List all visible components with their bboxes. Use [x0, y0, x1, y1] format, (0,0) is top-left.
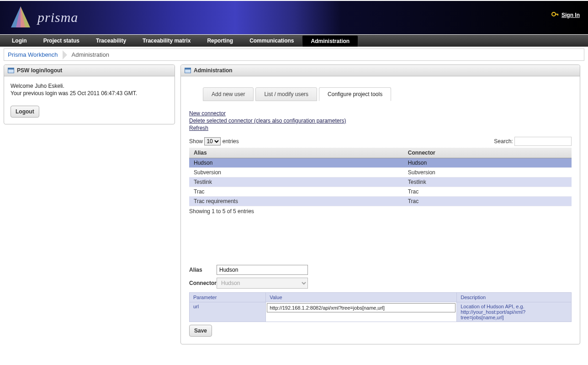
admin-tabs: Add new user List / modify users Configu…	[203, 87, 572, 101]
cell-param: url	[190, 302, 266, 322]
admin-panel-body: Add new user List / modify users Configu…	[181, 76, 580, 344]
col-alias[interactable]: Alias	[189, 148, 403, 158]
show-entries: Show 10 entries	[189, 137, 239, 145]
alias-input[interactable]	[217, 265, 308, 275]
nav-project-status[interactable]: Project status	[35, 35, 88, 46]
cell-alias: Hudson	[189, 158, 403, 168]
login-panel-header: PSW login/logout	[4, 65, 175, 76]
nav-communications[interactable]: Communications	[241, 35, 302, 46]
table-header-row: Alias Connector	[189, 148, 572, 158]
action-links: New connector Delete selected connector …	[189, 110, 572, 131]
col-parameter: Parameter	[190, 293, 266, 302]
table-controls: Show 10 entries Search:	[189, 137, 572, 146]
signin-area: Sign In	[551, 11, 580, 19]
cell-alias: Testlink	[189, 177, 403, 187]
nav-login[interactable]: Login	[4, 35, 35, 46]
table-row: url Location of Hudson API, e.g. http://…	[190, 302, 572, 322]
cell-description: Location of Hudson API, e.g. http://your…	[457, 302, 572, 322]
param-value-input[interactable]	[267, 303, 456, 312]
cell-alias: Trac requirements	[189, 197, 403, 206]
chevron-right-icon	[63, 50, 67, 59]
window-icon	[185, 68, 191, 73]
nav-traceability-matrix[interactable]: Traceability matrix	[134, 35, 199, 46]
admin-panel-title: Administration	[194, 67, 233, 74]
svg-rect-6	[557, 14, 558, 16]
svg-point-4	[552, 12, 556, 16]
cell-connector: Testlink	[403, 177, 572, 187]
admin-panel-header: Administration	[181, 65, 580, 76]
params-table: Parameter Value Description url Location…	[189, 292, 572, 322]
connectors-table: Alias Connector Hudson Hudson Subversion…	[189, 148, 572, 206]
key-icon	[551, 11, 559, 19]
cell-alias: Subversion	[189, 168, 403, 177]
table-row[interactable]: Testlink Testlink	[189, 177, 572, 187]
alias-label: Alias	[189, 267, 217, 273]
prism-logo-icon	[9, 5, 32, 30]
save-button[interactable]: Save	[189, 325, 212, 337]
login-panel-body: Welcome Juho Eskeli. Your previous login…	[4, 76, 175, 124]
col-value: Value	[266, 293, 457, 302]
table-header-row: Parameter Value Description	[190, 293, 572, 302]
new-connector-link[interactable]: New connector	[189, 110, 572, 117]
col-description: Description	[457, 293, 572, 302]
tab-list-modify-users[interactable]: List / modify users	[255, 87, 317, 101]
search-label: Search:	[494, 138, 513, 145]
breadcrumb: Prisma Workbench Administration	[4, 48, 584, 61]
search-box: Search:	[494, 137, 572, 146]
table-row[interactable]: Hudson Hudson	[189, 158, 572, 168]
cell-alias: Trac	[189, 187, 403, 197]
cell-connector: Subversion	[403, 168, 572, 177]
connector-row: Connector Hudson	[189, 278, 572, 289]
nav-traceability[interactable]: Traceability	[88, 35, 134, 46]
previous-login-text: Your previous login was 25 Oct 2011 06:4…	[11, 90, 168, 97]
delete-connector-link[interactable]: Delete selected connector (clears also c…	[189, 118, 572, 124]
cell-connector: Hudson	[403, 158, 572, 168]
nav-bar: Login Project status Traceability Tracea…	[0, 35, 588, 47]
col-connector[interactable]: Connector	[403, 148, 572, 158]
table-row[interactable]: Trac Trac	[189, 187, 572, 197]
connector-label: Connector	[189, 280, 217, 286]
breadcrumb-current: Administration	[72, 51, 109, 58]
header-banner: prisma Sign In	[0, 0, 588, 35]
brand-text: prisma	[37, 10, 78, 25]
cell-connector: Trac	[403, 187, 572, 197]
tab-add-new-user[interactable]: Add new user	[203, 87, 254, 101]
sign-in-link[interactable]: Sign In	[562, 12, 580, 18]
welcome-text: Welcome Juho Eskeli.	[11, 83, 168, 89]
nav-administration[interactable]: Administration	[302, 35, 358, 47]
search-input[interactable]	[514, 137, 572, 146]
window-icon	[8, 68, 14, 73]
admin-panel: Administration Add new user List / modif…	[180, 64, 580, 344]
alias-row: Alias	[189, 265, 572, 275]
entries-label: entries	[222, 138, 239, 145]
show-label: Show	[189, 138, 203, 145]
table-info: Showing 1 to 5 of 5 entries	[189, 208, 572, 215]
nav-reporting[interactable]: Reporting	[199, 35, 241, 46]
login-panel-title: PSW login/logout	[17, 67, 62, 74]
tab-configure-project-tools[interactable]: Configure project tools	[319, 87, 391, 101]
connector-select[interactable]: Hudson	[217, 278, 308, 289]
cell-value	[266, 302, 457, 322]
login-panel: PSW login/logout Welcome Juho Eskeli. Yo…	[4, 64, 175, 124]
refresh-link[interactable]: Refresh	[189, 125, 572, 131]
cell-connector: Trac	[403, 197, 572, 206]
logo-area: prisma	[9, 5, 78, 30]
entries-select[interactable]: 10	[204, 137, 221, 145]
breadcrumb-root[interactable]: Prisma Workbench	[8, 51, 58, 58]
table-row[interactable]: Trac requirements Trac	[189, 197, 572, 206]
table-row[interactable]: Subversion Subversion	[189, 168, 572, 177]
logout-button[interactable]: Logout	[11, 106, 39, 118]
content-area: PSW login/logout Welcome Juho Eskeli. Yo…	[0, 64, 588, 344]
